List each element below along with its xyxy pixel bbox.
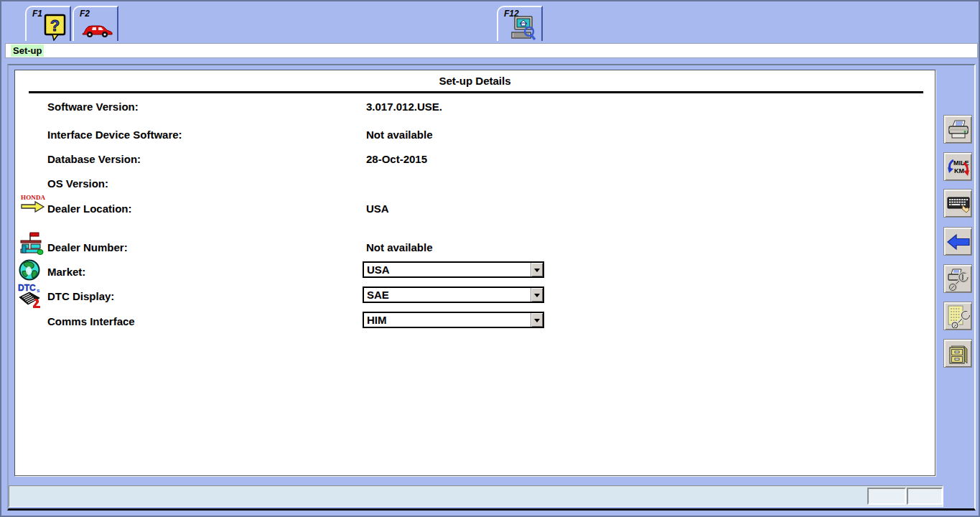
database-version-label: Database Version: (47, 153, 141, 165)
dtc-display-label: DTC Display: (47, 290, 114, 302)
tab-f1-help[interactable]: F1 ? (25, 6, 71, 41)
dealer-number-label: Dealer Number: (47, 241, 128, 253)
breadcrumb: Set-up (11, 45, 44, 57)
os-version-label: OS Version: (47, 177, 108, 190)
tab-f2-vehicle[interactable]: F2 (73, 6, 118, 41)
interface-device-software-value: Not available (366, 129, 433, 141)
svg-text:?: ? (50, 17, 60, 34)
dealer-location-value: USA (366, 202, 389, 215)
svg-text:HONDA: HONDA (21, 194, 46, 201)
comms-interface-dropdown[interactable]: HIM (363, 312, 544, 328)
help-icon: ? (44, 14, 67, 44)
setup-icon (510, 16, 537, 45)
dtc-display-dropdown-value: SAE (367, 289, 389, 301)
dtc-display-dropdown[interactable]: SAE (363, 287, 544, 303)
back-button[interactable] (943, 227, 972, 256)
f2-key-label: F2 (80, 9, 90, 19)
chevron-down-icon[interactable] (531, 263, 543, 276)
f1-key-label: F1 (32, 9, 42, 19)
notes-setup-button[interactable] (943, 302, 972, 330)
svg-text:s: s (37, 287, 40, 294)
status-bar (9, 485, 943, 507)
honda-flag-icon: HONDA (19, 192, 47, 218)
dealer-number-value: Not available (366, 241, 433, 253)
keyboard-button[interactable] (943, 189, 972, 218)
mile-km-toggle-button[interactable]: MILE KM (943, 152, 972, 181)
page-title: Set-up Details (15, 75, 935, 87)
svg-text:KM: KM (954, 167, 964, 174)
dtc-icon: DTC s (17, 283, 43, 312)
hds-window: F1 ? F2 F12 (0, 0, 980, 517)
svg-text:DTC: DTC (18, 283, 36, 293)
dealer-location-label: Dealer Location: (47, 202, 132, 215)
file-cabinet-button[interactable] (943, 339, 972, 368)
chevron-down-icon[interactable] (531, 313, 543, 327)
comms-interface-dropdown-value: HIM (367, 314, 387, 326)
title-divider (29, 91, 923, 93)
chevron-down-icon[interactable] (531, 288, 543, 302)
status-field-1 (867, 488, 906, 505)
database-version-value: 28-Oct-2015 (366, 153, 427, 165)
print-button[interactable] (943, 115, 972, 144)
setup-details-panel: Set-up Details Software Version: 3.017.0… (14, 70, 935, 476)
comms-interface-label: Comms Interface (47, 315, 135, 327)
market-label: Market: (47, 266, 85, 278)
software-version-label: Software Version: (47, 101, 139, 113)
market-dropdown[interactable]: USA (363, 261, 544, 278)
interface-device-software-label: Interface Device Software: (47, 129, 182, 141)
breadcrumb-bar: Set-up (5, 43, 978, 58)
globe-icon (18, 258, 41, 284)
market-dropdown-value: USA (367, 264, 390, 276)
software-version-value: 3.017.012.USE. (366, 101, 442, 113)
dealer-building-icon (19, 232, 44, 258)
status-field-2 (907, 488, 943, 505)
tab-f12-setup[interactable]: F12 (497, 6, 543, 41)
vehicle-icon (80, 24, 113, 42)
print-setup-button[interactable] (943, 264, 972, 293)
